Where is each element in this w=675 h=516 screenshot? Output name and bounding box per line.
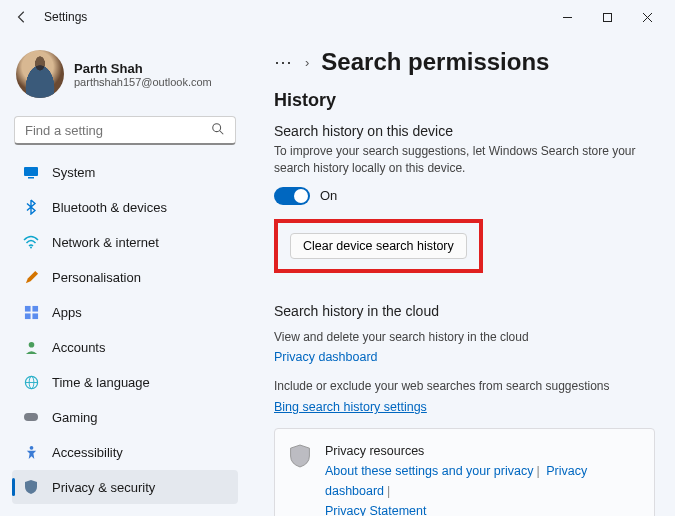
breadcrumb: ⋯ › Search permissions <box>274 48 655 76</box>
accessibility-icon <box>22 443 40 461</box>
sidebar-item-personalisation[interactable]: Personalisation <box>12 260 238 294</box>
about-settings-link[interactable]: About these settings and your privacy <box>325 464 533 478</box>
sidebar-item-system[interactable]: System <box>12 155 238 189</box>
cloud-description: View and delete your search history in t… <box>274 329 654 346</box>
svg-rect-8 <box>32 305 38 311</box>
svg-point-11 <box>28 341 34 347</box>
svg-rect-15 <box>24 413 38 421</box>
svg-rect-4 <box>24 167 38 176</box>
device-description: To improve your search suggestions, let … <box>274 143 654 177</box>
sidebar-item-time[interactable]: Time & language <box>12 365 238 399</box>
history-toggle[interactable] <box>274 187 310 205</box>
clear-history-button[interactable]: Clear device search history <box>290 233 467 259</box>
avatar <box>16 50 64 98</box>
chevron-right-icon: › <box>305 55 309 70</box>
sidebar-item-label: Accessibility <box>52 445 123 460</box>
svg-rect-1 <box>603 13 611 21</box>
privacy-statement-link[interactable]: Privacy Statement <box>325 504 426 516</box>
breadcrumb-overflow[interactable]: ⋯ <box>274 51 293 73</box>
svg-rect-7 <box>24 305 30 311</box>
bluetooth-icon <box>22 198 40 216</box>
apps-icon <box>22 303 40 321</box>
svg-rect-5 <box>28 177 34 179</box>
sidebar-item-gaming[interactable]: Gaming <box>12 400 238 434</box>
maximize-button[interactable] <box>587 3 627 31</box>
sidebar-item-accounts[interactable]: Accounts <box>12 330 238 364</box>
svg-point-16 <box>29 445 33 449</box>
sidebar-item-network[interactable]: Network & internet <box>12 225 238 259</box>
nav: System Bluetooth & devices Network & int… <box>12 155 238 504</box>
shield-icon <box>289 443 311 516</box>
back-button[interactable] <box>8 3 36 31</box>
bing-history-link[interactable]: Bing search history settings <box>274 400 427 414</box>
main-content: ⋯ › Search permissions History Search hi… <box>250 34 675 516</box>
sidebar-item-label: Personalisation <box>52 270 141 285</box>
search-input-wrapper[interactable] <box>14 116 236 145</box>
svg-line-3 <box>220 130 224 134</box>
device-subheading: Search history on this device <box>274 123 655 139</box>
toggle-label: On <box>320 188 337 203</box>
profile-email: parthshah157@outlook.com <box>74 76 212 88</box>
shield-icon <box>22 478 40 496</box>
sidebar-item-apps[interactable]: Apps <box>12 295 238 329</box>
profile-name: Parth Shah <box>74 61 212 76</box>
globe-icon <box>22 373 40 391</box>
system-icon <box>22 163 40 181</box>
paint-icon <box>22 268 40 286</box>
wifi-icon <box>22 233 40 251</box>
svg-rect-9 <box>24 313 30 319</box>
sidebar-item-label: System <box>52 165 95 180</box>
privacy-resources-card: Privacy resources About these settings a… <box>274 428 655 516</box>
minimize-button[interactable] <box>547 3 587 31</box>
sidebar-item-bluetooth[interactable]: Bluetooth & devices <box>12 190 238 224</box>
sidebar-item-label: Apps <box>52 305 82 320</box>
sidebar-item-label: Network & internet <box>52 235 159 250</box>
sidebar-item-label: Time & language <box>52 375 150 390</box>
sidebar-item-label: Accounts <box>52 340 105 355</box>
window-title: Settings <box>44 10 87 24</box>
accounts-icon <box>22 338 40 356</box>
history-heading: History <box>274 90 655 111</box>
sidebar: Parth Shah parthshah157@outlook.com Syst… <box>0 34 250 516</box>
titlebar: Settings <box>0 0 675 34</box>
svg-point-6 <box>30 247 32 249</box>
gaming-icon <box>22 408 40 426</box>
close-button[interactable] <box>627 3 667 31</box>
profile[interactable]: Parth Shah parthshah157@outlook.com <box>12 42 238 112</box>
sidebar-item-label: Gaming <box>52 410 98 425</box>
search-input[interactable] <box>25 123 203 138</box>
sidebar-item-accessibility[interactable]: Accessibility <box>12 435 238 469</box>
include-description: Include or exclude your web searches fro… <box>274 378 654 395</box>
svg-rect-10 <box>32 313 38 319</box>
sidebar-item-label: Privacy & security <box>52 480 155 495</box>
page-title: Search permissions <box>321 48 549 76</box>
search-icon <box>211 122 225 139</box>
sidebar-item-label: Bluetooth & devices <box>52 200 167 215</box>
highlight-annotation: Clear device search history <box>274 219 483 273</box>
cloud-subheading: Search history in the cloud <box>274 303 655 319</box>
privacy-dashboard-link[interactable]: Privacy dashboard <box>274 350 378 364</box>
resources-title: Privacy resources <box>325 441 640 461</box>
sidebar-item-privacy[interactable]: Privacy & security <box>12 470 238 504</box>
svg-point-2 <box>213 123 221 131</box>
